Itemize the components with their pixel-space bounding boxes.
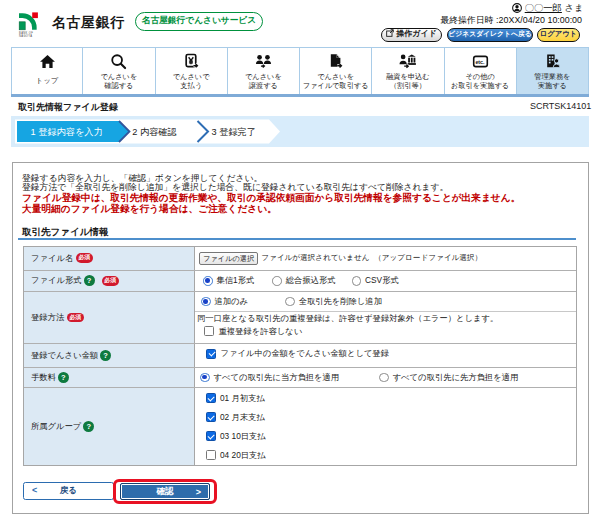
svg-text:2 内容確認: 2 内容確認 xyxy=(132,127,176,137)
svg-text:etc.: etc. xyxy=(475,59,485,65)
svg-text:1 登録内容を入力: 1 登録内容を入力 xyxy=(31,127,103,137)
svg-text:3 登録完了: 3 登録完了 xyxy=(212,127,256,137)
svg-text:NAGOYA: NAGOYA xyxy=(19,34,32,38)
